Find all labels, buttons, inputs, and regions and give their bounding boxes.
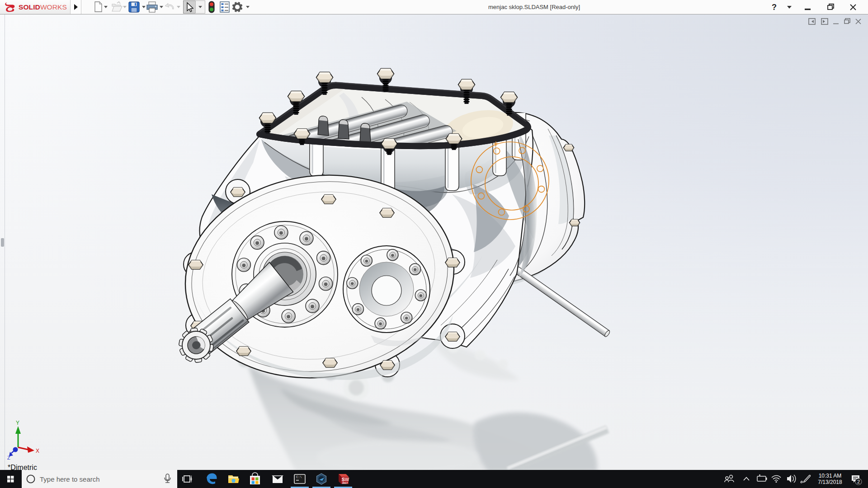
svg-text:SOLIDWORKS: SOLIDWORKS <box>19 3 67 11</box>
svg-text:2: 2 <box>857 479 860 484</box>
svg-text:Z: Z <box>7 455 10 460</box>
svg-text:?: ? <box>772 3 777 12</box>
svg-text:X: X <box>36 448 39 454</box>
svg-text:2017: 2017 <box>342 482 348 484</box>
svg-text:Y: Y <box>16 420 19 426</box>
svg-text:C:\: C:\ <box>296 475 302 479</box>
